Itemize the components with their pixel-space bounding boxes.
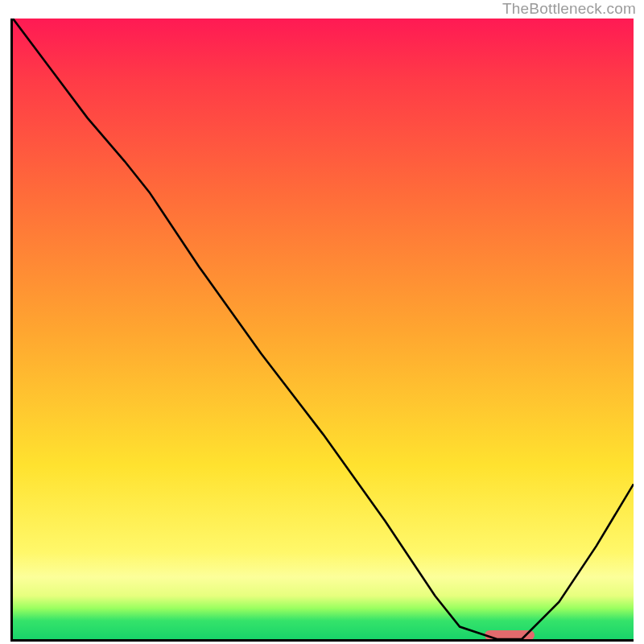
bottleneck-curve-line [13,19,634,639]
watermark-text: TheBottleneck.com [502,0,636,18]
chart-plot-area [10,19,634,642]
